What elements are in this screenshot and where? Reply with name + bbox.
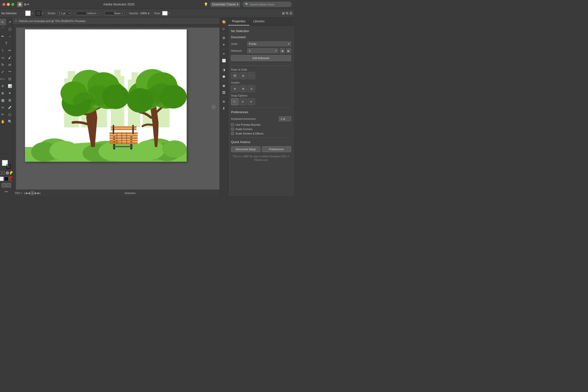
warp-tool[interactable]: 〜 bbox=[6, 68, 13, 75]
guide-btn-2[interactable]: ⊞ bbox=[239, 85, 247, 92]
grid-icon-btn[interactable]: ⊞ bbox=[239, 72, 247, 79]
tab-libraries[interactable]: Libraries bbox=[250, 18, 268, 26]
transform-btn[interactable]: ⬜ bbox=[221, 57, 227, 64]
scissors-tool[interactable]: ✂ bbox=[0, 111, 6, 118]
snap-btn-2[interactable]: ⊫ bbox=[239, 98, 247, 105]
stroke-indicator[interactable] bbox=[6, 164, 11, 169]
align-icon[interactable]: ⊞ bbox=[282, 11, 285, 15]
brush-chevron-icon[interactable]: ▾ bbox=[122, 12, 123, 14]
flare-tool[interactable]: ✦ bbox=[6, 90, 13, 96]
next-last-artboard-btn[interactable]: ▶| bbox=[38, 191, 40, 195]
hand-tool[interactable]: ✋ bbox=[0, 118, 6, 125]
lasso-tool[interactable]: ⌒ bbox=[0, 26, 6, 32]
artboard-next-btn[interactable]: ▶ bbox=[286, 48, 291, 53]
style-swatch[interactable] bbox=[162, 11, 168, 16]
artboard[interactable] bbox=[25, 30, 187, 162]
snap-btn-3[interactable]: ⊪ bbox=[248, 98, 255, 105]
graphic-styles-btn[interactable]: 🖼 bbox=[221, 89, 227, 96]
line-tool[interactable]: \ bbox=[0, 47, 6, 54]
perspective-tool[interactable]: # bbox=[0, 82, 6, 90]
color-guide-btn[interactable]: ▷ bbox=[221, 26, 227, 32]
maximize-window-button[interactable] bbox=[11, 3, 14, 6]
canvas-wrapper[interactable]: › bbox=[13, 24, 220, 190]
type-tool[interactable]: T bbox=[3, 40, 10, 47]
mesh-tool[interactable]: ⊞ bbox=[6, 97, 13, 104]
guide-btn-1[interactable]: ⊕ bbox=[231, 85, 238, 92]
zoom-control[interactable]: 75% ▾ bbox=[15, 192, 22, 194]
color-indicator[interactable] bbox=[2, 160, 11, 169]
stroke-color-swatch[interactable] bbox=[36, 10, 41, 16]
prev-artboard-btn[interactable]: ◀ bbox=[28, 191, 30, 195]
none-fill-icon[interactable] bbox=[9, 177, 13, 181]
stroke-weight-value[interactable] bbox=[61, 12, 68, 15]
eyedropper-tool[interactable]: 💉 bbox=[6, 104, 13, 111]
document-export-btn[interactable]: ⬆ bbox=[221, 105, 227, 112]
gradient-mode-icon[interactable] bbox=[10, 171, 13, 175]
opacity-chevron-icon[interactable]: ▶ bbox=[148, 12, 150, 14]
stroke-chevron-icon[interactable]: ▾ bbox=[42, 12, 43, 14]
pixel-grid-icon-btn[interactable]: ⋮⋮ bbox=[248, 72, 255, 79]
scale-corners-checkbox[interactable] bbox=[231, 128, 234, 130]
lightbulb-icon[interactable]: 💡 bbox=[204, 2, 208, 6]
magic-wand-tool[interactable]: ⬡ bbox=[6, 26, 13, 32]
stroke-down-arrow[interactable]: ▼ bbox=[59, 13, 60, 15]
search-adobe-stock[interactable]: 🔍 Search Adobe Stock bbox=[242, 2, 292, 7]
document-setup-button[interactable]: Document Setup bbox=[231, 146, 260, 152]
direct-selection-tool[interactable]: ↗ bbox=[6, 18, 13, 26]
kb-increment-input[interactable] bbox=[279, 116, 291, 121]
artboard-prev-btn[interactable]: ◀ bbox=[280, 48, 285, 53]
pen-tool[interactable]: ✒ bbox=[0, 33, 6, 40]
free-transform-tool[interactable]: ⊡ bbox=[6, 76, 13, 82]
curvature-tool[interactable]: ⌢ bbox=[6, 33, 13, 40]
workspace-switcher[interactable]: ⊞ ▾ bbox=[24, 3, 29, 6]
puppet-warp-btn[interactable]: ✦ bbox=[221, 42, 227, 48]
appearance-btn[interactable]: ◉ bbox=[221, 82, 227, 89]
stroke-weight-input[interactable]: ▲ ▼ ▾ bbox=[58, 11, 71, 16]
scale-strokes-effects-checkbox[interactable] bbox=[231, 132, 234, 135]
libraries-btn[interactable]: ⊞ bbox=[221, 34, 227, 41]
default-colors-icon[interactable] bbox=[4, 177, 8, 181]
more-tools-btn[interactable]: ••• bbox=[5, 190, 8, 194]
zoom-chevron-icon[interactable]: ▾ bbox=[21, 192, 22, 194]
chart-tool[interactable]: 📊 bbox=[6, 82, 13, 90]
snap-btn-1[interactable]: ⊩ bbox=[231, 98, 238, 105]
align-btn[interactable]: ≡ bbox=[221, 50, 227, 57]
stroke-up-arrow[interactable]: ▲ bbox=[59, 12, 60, 13]
units-select[interactable]: Points ▾ bbox=[247, 42, 291, 46]
paintbrush-tool[interactable]: 🖌 bbox=[6, 54, 13, 61]
workspace-select[interactable]: Essentials Classic ▾ bbox=[210, 2, 240, 7]
prev-first-artboard-btn[interactable]: |◀ bbox=[24, 191, 27, 195]
menu-icon[interactable]: ☰ bbox=[289, 11, 292, 15]
rotate-tool[interactable]: ↻ bbox=[0, 61, 6, 68]
style-chevron-icon[interactable]: ▾ bbox=[168, 12, 170, 14]
scale-tool[interactable]: ⤢ bbox=[0, 68, 6, 75]
home-icon[interactable]: 🏠 bbox=[17, 2, 22, 7]
blend-tool[interactable]: ∞ bbox=[0, 104, 6, 111]
color-panel-btn[interactable]: 🎨 bbox=[221, 18, 227, 25]
stroke-spinners[interactable]: ▲ ▼ bbox=[59, 12, 60, 15]
transform-icon[interactable]: ⧉ bbox=[286, 11, 288, 15]
width-tool[interactable]: ⟵ bbox=[0, 76, 6, 82]
stroke-profile-chevron-icon[interactable]: ▾ bbox=[97, 12, 98, 14]
use-preview-bounds-checkbox[interactable] bbox=[231, 123, 234, 126]
ruler-icon-btn[interactable]: 🎞 bbox=[231, 72, 238, 79]
stroke-profile-selector[interactable]: Uniform ▾ bbox=[76, 11, 100, 16]
symbolism-tool[interactable]: ⊕ bbox=[0, 90, 6, 96]
fill-color-swatch[interactable] bbox=[25, 10, 30, 16]
tab-properties[interactable]: Properties bbox=[228, 18, 250, 26]
guide-btn-3[interactable]: ⊡ bbox=[248, 85, 255, 92]
reflect-tool[interactable]: ⇄ bbox=[6, 61, 13, 68]
minimize-window-button[interactable] bbox=[7, 3, 10, 6]
eraser-tool[interactable]: ◻ bbox=[6, 111, 13, 118]
close-window-button[interactable] bbox=[2, 3, 6, 6]
edit-artboards-button[interactable]: Edit Artboards bbox=[231, 55, 291, 61]
zoom-tool[interactable]: 🔍 bbox=[6, 118, 13, 125]
pathfinder-btn[interactable]: ◑ bbox=[221, 66, 227, 73]
preferences-button[interactable]: Preferences bbox=[262, 146, 291, 152]
shapebuilder-btn[interactable]: ⬟ bbox=[221, 73, 227, 80]
selection-tool[interactable]: ↖ bbox=[0, 18, 6, 26]
swap-colors-icon[interactable] bbox=[0, 177, 4, 181]
color-mode-icon[interactable] bbox=[6, 171, 9, 175]
none-icon[interactable]: ⊘ bbox=[0, 171, 5, 175]
gradient-tool[interactable]: ▦ bbox=[0, 97, 6, 104]
